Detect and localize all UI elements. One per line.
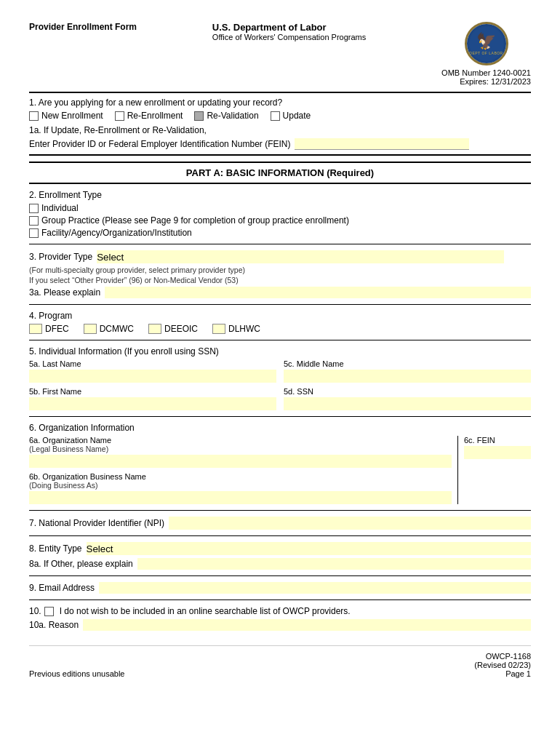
dlhwc-checkbox[interactable] bbox=[212, 324, 225, 334]
middle-name-input[interactable] bbox=[284, 370, 531, 383]
dcmwc-checkbox[interactable] bbox=[84, 324, 97, 334]
dept-name: U.S. Department of Labor bbox=[212, 22, 366, 33]
footer-left: Previous editions unusable bbox=[29, 669, 124, 678]
divider-3 bbox=[29, 304, 531, 305]
question-5-section: 5. Individual Information (If you enroll… bbox=[29, 346, 531, 410]
group-practice-checkbox[interactable] bbox=[29, 216, 39, 226]
provider-type-input[interactable] bbox=[97, 250, 504, 263]
org-main-col: 6a. Organization Name (Legal Business Na… bbox=[29, 436, 458, 504]
dlhwc-option[interactable]: DLHWC bbox=[212, 324, 260, 334]
question-3-note2: If you select “Other Provider” (96) or N… bbox=[29, 276, 531, 284]
top-divider bbox=[29, 92, 531, 93]
group-practice-option[interactable]: Group Practice (Please see Page 9 for co… bbox=[29, 215, 531, 226]
individual-left-col: 5a. Last Name 5b. First Name bbox=[29, 359, 276, 410]
divider-4 bbox=[29, 340, 531, 340]
question-2-section: 2. Enrollment Type Individual Group Prac… bbox=[29, 190, 531, 238]
re-validation-option[interactable]: Re-Validation bbox=[194, 111, 258, 121]
re-enrollment-option[interactable]: Re-Enrollment bbox=[115, 111, 183, 121]
fein-input[interactable] bbox=[295, 138, 469, 150]
divider-9 bbox=[29, 599, 531, 600]
last-name-input[interactable] bbox=[29, 370, 276, 383]
individual-option[interactable]: Individual bbox=[29, 203, 531, 213]
deeoic-checkbox[interactable] bbox=[148, 324, 161, 334]
question-3a-label: 3a. Please explain bbox=[29, 287, 100, 298]
re-validation-checkbox[interactable] bbox=[194, 111, 204, 121]
question-3-label: 3. Provider Type bbox=[29, 252, 92, 262]
org-fein-input[interactable] bbox=[464, 446, 531, 459]
dfec-label: DFEC bbox=[45, 324, 69, 334]
entity-type-row: 8. Entity Type bbox=[29, 542, 531, 555]
question-4-section: 4. Program DFEC DCMWC DEEOIC DLHWC bbox=[29, 311, 531, 334]
eagle-icon: 🦅 bbox=[476, 32, 496, 51]
question-8-section: 8. Entity Type 8a. If Other, please expl… bbox=[29, 542, 531, 570]
dcmwc-label: DCMWC bbox=[100, 324, 134, 334]
revised: (Revised 02/23) bbox=[474, 661, 531, 669]
org-name-input[interactable] bbox=[29, 455, 452, 468]
question-4-label: 4. Program bbox=[29, 311, 531, 321]
npi-input[interactable] bbox=[169, 517, 531, 530]
question-8a-label: 8a. If Other, please explain bbox=[29, 559, 133, 569]
email-row: 9. Email Address bbox=[29, 582, 531, 594]
department-info: U.S. Department of Labor Office of Worke… bbox=[212, 22, 366, 41]
question-3a-input[interactable] bbox=[105, 287, 531, 298]
dlhwc-label: DLHWC bbox=[228, 324, 260, 334]
omb-number: OMB Number 1240-0021 bbox=[441, 68, 531, 77]
question-9-section: 9. Email Address bbox=[29, 582, 531, 594]
divider-8 bbox=[29, 575, 531, 576]
divider-7 bbox=[29, 535, 531, 536]
re-enrollment-checkbox[interactable] bbox=[115, 111, 124, 121]
email-input[interactable] bbox=[99, 582, 531, 594]
form-number: OWCP-1168 bbox=[474, 652, 531, 661]
question-10-number: 10. bbox=[29, 606, 41, 616]
question-6-label: 6. Organization Information bbox=[29, 423, 531, 433]
first-name-label: 5b. First Name bbox=[29, 387, 276, 396]
question-2-label: 2. Enrollment Type bbox=[29, 190, 531, 200]
question-1a-label: 1a. If Update, Re-Enrollment or Re-Valid… bbox=[29, 125, 531, 135]
question-10a-label: 10a. Reason bbox=[29, 620, 79, 630]
facility-option[interactable]: Facility/Agency/Organization/Institution bbox=[29, 228, 531, 238]
divider-5 bbox=[29, 416, 531, 417]
fein-label: 6c. FEIN bbox=[464, 436, 531, 445]
facility-checkbox[interactable] bbox=[29, 228, 39, 238]
update-checkbox[interactable] bbox=[271, 111, 280, 121]
org-dba-label: 6b. Organization Business Name (Doing Bu… bbox=[29, 472, 452, 490]
dfec-option[interactable]: DFEC bbox=[29, 324, 69, 334]
office-name: Office of Workers' Compensation Programs bbox=[212, 33, 366, 41]
first-name-input[interactable] bbox=[29, 397, 276, 410]
entity-type-input[interactable] bbox=[87, 542, 532, 555]
page-number: Page 1 bbox=[474, 669, 531, 678]
update-option[interactable]: Update bbox=[271, 111, 311, 121]
new-enrollment-option[interactable]: New Enrollment bbox=[29, 111, 103, 121]
question-1-label: 1. Are you applying for a new enrollment… bbox=[29, 97, 531, 108]
question-7-section: 7. National Provider Identifier (NPI) bbox=[29, 517, 531, 530]
new-enrollment-label: New Enrollment bbox=[41, 111, 103, 121]
dcmwc-option[interactable]: DCMWC bbox=[84, 324, 134, 334]
question-8a-input[interactable] bbox=[137, 558, 531, 570]
program-options: DFEC DCMWC DEEOIC DLHWC bbox=[29, 324, 531, 334]
question-6-section: 6. Organization Information 6a. Organiza… bbox=[29, 423, 531, 504]
department-seal: 🦅 DEPT OF LABOR bbox=[465, 22, 508, 65]
question-7-label: 7. National Provider Identifier (NPI) bbox=[29, 518, 164, 528]
individual-label: Individual bbox=[41, 203, 79, 213]
org-side-col: 6c. FEIN bbox=[458, 436, 531, 504]
deeoic-option[interactable]: DEEOIC bbox=[148, 324, 198, 334]
question-1-options: New Enrollment Re-Enrollment Re-Validati… bbox=[29, 111, 531, 121]
divider-6 bbox=[29, 510, 531, 511]
ssn-input[interactable] bbox=[284, 397, 531, 410]
last-name-label: 5a. Last Name bbox=[29, 359, 276, 368]
part-a-top-divider bbox=[29, 154, 531, 156]
dfec-checkbox[interactable] bbox=[29, 324, 42, 334]
org-dba-input[interactable] bbox=[29, 491, 452, 504]
re-validation-label: Re-Validation bbox=[207, 111, 258, 121]
expires: Expires: 12/31/2023 bbox=[441, 77, 531, 86]
facility-label: Facility/Agency/Organization/Institution bbox=[41, 228, 192, 238]
question-10-checkbox[interactable] bbox=[44, 607, 54, 616]
re-enrollment-label: Re-Enrollment bbox=[127, 111, 183, 121]
ssn-label: 5d. SSN bbox=[284, 387, 531, 396]
individual-checkbox[interactable] bbox=[29, 204, 39, 213]
question-10a-input[interactable] bbox=[83, 619, 531, 631]
page-header: Provider Enrollment Form U.S. Department… bbox=[29, 22, 531, 86]
question-8-label: 8. Entity Type bbox=[29, 543, 82, 554]
question-3-note1: (For multi-specialty group provider, sel… bbox=[29, 266, 531, 274]
new-enrollment-checkbox[interactable] bbox=[29, 111, 39, 121]
